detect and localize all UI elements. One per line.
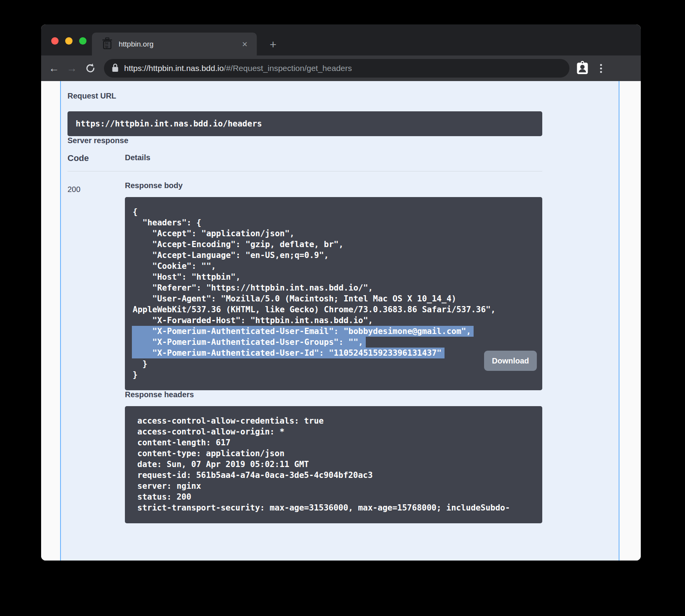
response-headers-code: access-control-allow-credentials: true a… — [125, 406, 542, 523]
svg-text:tp: tp — [105, 45, 108, 48]
details-column-header: Details — [125, 153, 150, 163]
download-button[interactable]: Download — [484, 351, 537, 371]
response-body-code: { "headers": { "Accept": "application/js… — [125, 197, 542, 390]
address-bar[interactable]: https://httpbin.int.nas.bdd.io/#/Request… — [104, 59, 569, 78]
forward-button[interactable]: → — [63, 59, 81, 77]
lock-icon — [112, 63, 119, 74]
httpbin-trashbin-favicon-icon: ht tp — [102, 37, 112, 51]
toolbar-right — [576, 61, 604, 76]
url-path: /#/Request_inspection/get_headers — [224, 64, 352, 73]
request-url-label: Request URL — [67, 81, 542, 100]
response-headers-label: Response headers — [125, 390, 542, 399]
zoom-window-button[interactable] — [79, 37, 86, 45]
response-details-cell: Response body { "headers": { "Accept": "… — [125, 181, 542, 523]
swagger-get-opblock: Request URL https://httpbin.int.nas.bdd.… — [60, 81, 619, 561]
server-response-heading: Server response — [67, 136, 542, 145]
table-divider — [67, 171, 542, 171]
response-row-200: 200 Response body { "headers": { "Accept… — [67, 181, 542, 523]
url-text: https://httpbin.int.nas.bdd.io/#/Request… — [124, 64, 352, 73]
browser-toolbar: ← → https://httpbin.int.nas.bdd.io/#/Req… — [41, 55, 641, 81]
close-window-button[interactable] — [51, 37, 59, 45]
code-column-header: Code — [67, 153, 125, 163]
response-body-block: { "headers": { "Accept": "application/js… — [125, 197, 542, 390]
browser-window: ht tp httpbin.org × + ← → ht — [41, 24, 641, 561]
tab-close-icon[interactable]: × — [240, 40, 250, 49]
status-code: 200 — [67, 181, 125, 194]
page-content: Request URL https://httpbin.int.nas.bdd.… — [41, 81, 641, 561]
responses-table-header: Code Details — [67, 153, 542, 163]
new-tab-button[interactable]: + — [265, 37, 281, 52]
browser-menu-kebab-icon[interactable] — [599, 62, 604, 74]
tab-strip: ht tp httpbin.org × + — [41, 24, 641, 55]
request-url-value: https://httpbin.int.nas.bdd.io/headers — [67, 111, 542, 136]
traffic-lights — [51, 37, 86, 45]
tab-httpbin[interactable]: ht tp httpbin.org × — [92, 33, 257, 55]
reload-button[interactable] — [81, 63, 99, 74]
minimize-window-button[interactable] — [65, 37, 73, 45]
tab-title: httpbin.org — [119, 40, 240, 48]
response-body-label: Response body — [125, 181, 542, 190]
response-headers-block: access-control-allow-credentials: true a… — [125, 406, 542, 523]
profile-avatar-icon[interactable] — [576, 61, 588, 76]
url-host: https://httpbin.int.nas.bdd.io — [124, 64, 224, 73]
back-button[interactable]: ← — [45, 59, 63, 77]
